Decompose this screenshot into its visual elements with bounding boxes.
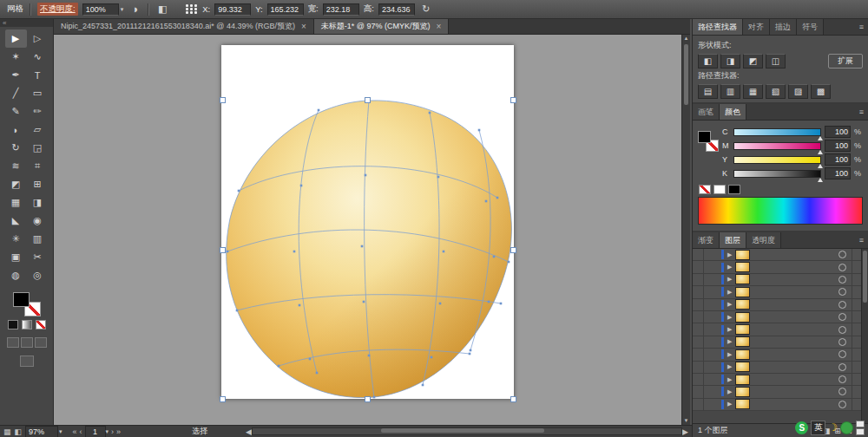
tab-图层[interactable]: 图层 (720, 232, 746, 248)
tools-panel-header[interactable]: « (0, 19, 53, 27)
expand-arrow-icon[interactable]: ▶ (727, 401, 732, 408)
selection-cell[interactable] (852, 249, 861, 260)
opacity-input[interactable] (82, 3, 119, 16)
selection-cell[interactable] (852, 274, 861, 285)
layer-thumbnail[interactable] (735, 349, 750, 360)
divide-icon[interactable]: ▤ (698, 84, 718, 99)
visibility-toggle[interactable] (693, 286, 704, 297)
none-button[interactable] (36, 320, 46, 329)
white-swatch[interactable] (713, 185, 726, 194)
direct-selection-tool[interactable]: ▷ (27, 29, 49, 48)
expand-arrow-icon[interactable]: ▶ (727, 289, 732, 296)
scroll-up-icon[interactable]: ▲ (684, 35, 689, 42)
draw-behind-button[interactable] (21, 337, 33, 348)
layer-row[interactable]: ▶ (693, 386, 861, 398)
layer-row[interactable]: ▶ (693, 311, 861, 323)
layer-thumbnail[interactable] (735, 362, 750, 372)
selection-cell[interactable] (852, 323, 861, 335)
slider-track-C[interactable] (733, 128, 821, 136)
doc-tab[interactable]: 未标题-1* @ 97% (CMYK/预览)× (314, 19, 450, 34)
selection-handle[interactable] (220, 247, 226, 253)
selection-cell[interactable] (852, 349, 861, 360)
pencil-tool[interactable]: ✏ (27, 102, 49, 121)
expand-arrow-icon[interactable]: ▶ (727, 301, 732, 308)
panel-menu-icon[interactable]: ≡ (855, 232, 868, 248)
layer-thumbnail[interactable] (735, 336, 750, 347)
layer-thumbnail[interactable] (735, 324, 750, 335)
free-transform-tool[interactable]: ⌗ (27, 157, 49, 175)
scrollbar-thumb[interactable] (863, 251, 867, 303)
exclude-icon[interactable]: ◫ (766, 54, 786, 68)
height-input[interactable] (378, 3, 415, 16)
blend-tool[interactable]: ◉ (27, 212, 49, 230)
target-circle[interactable] (838, 401, 846, 408)
paintbrush-tool[interactable]: ✎ (5, 102, 27, 121)
tab-对齐[interactable]: 对齐 (743, 19, 770, 35)
doc-tab-close-icon[interactable]: × (301, 22, 306, 31)
target-circle[interactable] (838, 338, 846, 346)
type-tool[interactable]: T (27, 66, 49, 84)
shape-builder-tool[interactable]: ◩ (5, 175, 27, 193)
x-input[interactable] (214, 3, 251, 16)
expand-arrow-icon[interactable]: ▶ (727, 338, 732, 345)
selection-cell[interactable] (852, 311, 861, 323)
scroll-down-icon[interactable]: ▼ (684, 417, 689, 425)
moon-icon[interactable]: ☽ (828, 421, 838, 434)
doc-tab-close-icon[interactable]: × (437, 22, 442, 31)
channel-value-K[interactable]: 100 (825, 167, 851, 179)
color-button[interactable] (8, 320, 18, 329)
expand-arrow-icon[interactable]: ▶ (727, 388, 732, 395)
scroll-right-icon[interactable]: ▶ (682, 427, 688, 436)
expand-arrow-icon[interactable]: ▶ (727, 314, 732, 321)
reference-point-locator[interactable] (186, 4, 198, 14)
lasso-tool[interactable]: ∿ (27, 48, 49, 66)
pasteboard[interactable]: ▲ ▼ (54, 35, 690, 425)
opacity-link[interactable]: 不透明度: (37, 3, 78, 16)
expand-arrow-icon[interactable]: ▶ (727, 264, 732, 271)
slider-pointer[interactable] (818, 136, 823, 140)
panel-menu-icon[interactable]: ≡ (855, 19, 868, 35)
eraser-tool[interactable]: ▱ (27, 121, 49, 139)
layers-scrollbar[interactable] (861, 249, 868, 423)
zoom-input[interactable] (25, 426, 58, 437)
symbol-sprayer-tool[interactable]: ✳ (5, 230, 27, 248)
slider-pointer[interactable] (818, 150, 823, 154)
canvas-horizontal-scrollbar[interactable]: ◀ ▶ (246, 427, 688, 436)
tab-描边[interactable]: 描边 (770, 19, 797, 35)
gradient-tool[interactable]: ◨ (27, 193, 49, 212)
selection-cell[interactable] (852, 374, 861, 385)
y-input[interactable] (267, 3, 304, 16)
channel-value-M[interactable]: 100 (825, 140, 851, 152)
slice-tool[interactable]: ✂ (27, 248, 49, 266)
layer-thumbnail[interactable] (735, 312, 750, 323)
slider-pointer[interactable] (818, 164, 823, 168)
magic-wand-tool[interactable]: ✶ (5, 48, 27, 66)
transform-icon[interactable]: ↻ (419, 3, 433, 16)
chevron-down-icon[interactable]: ▾ (106, 428, 109, 435)
last-artboard-icon[interactable]: » (116, 427, 121, 436)
width-input[interactable] (323, 3, 359, 16)
scrollbar-track[interactable] (252, 427, 682, 435)
artboard-number-input[interactable] (85, 426, 106, 437)
black-swatch[interactable] (728, 185, 740, 194)
selection-handle[interactable] (365, 396, 371, 402)
layer-thumbnail[interactable] (735, 250, 750, 260)
gradient-button[interactable] (22, 320, 32, 329)
slider-track-K[interactable] (733, 170, 821, 178)
hand-tool[interactable]: ◍ (5, 266, 27, 284)
target-circle[interactable] (838, 251, 846, 258)
visibility-toggle[interactable] (693, 386, 704, 397)
layer-row[interactable]: ▶ (693, 286, 861, 298)
perspective-grid-tool[interactable]: ⊞ (27, 175, 49, 193)
visibility-toggle[interactable] (693, 249, 704, 260)
target-circle[interactable] (838, 363, 846, 371)
layer-row[interactable]: ▶ (693, 374, 861, 386)
channel-value-Y[interactable]: 100 (825, 153, 851, 166)
selection-cell[interactable] (852, 261, 861, 272)
scrollbar-thumb[interactable] (381, 428, 544, 433)
ime-language-toggle[interactable]: 英 (811, 421, 825, 435)
none-swatch[interactable] (699, 185, 711, 194)
visibility-toggle[interactable] (693, 349, 704, 360)
expand-arrow-icon[interactable]: ▶ (727, 351, 732, 358)
layer-thumbnail[interactable] (735, 299, 750, 310)
